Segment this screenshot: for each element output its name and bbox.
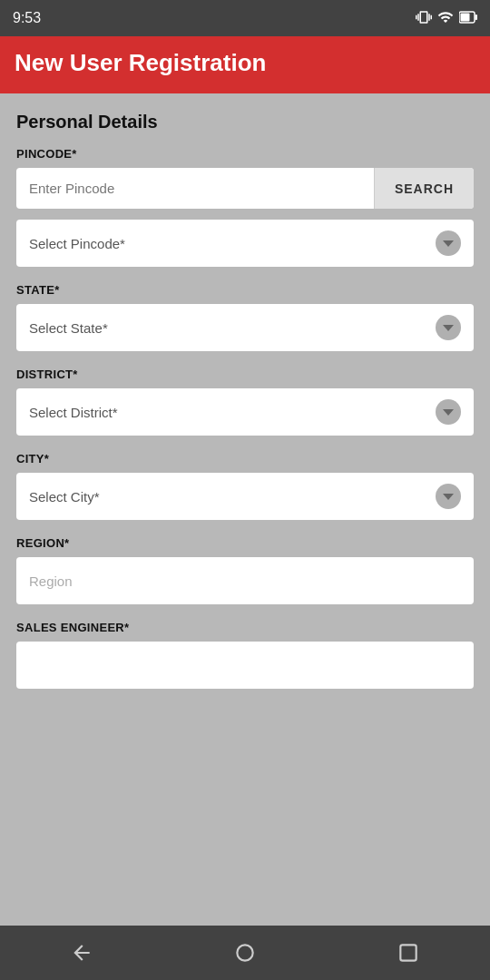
select-district-label: Select District* (29, 405, 436, 420)
pincode-label: PINCODE* (16, 147, 474, 161)
main-content: Personal Details PINCODE* SEARCH Select … (0, 93, 490, 926)
home-button[interactable] (222, 935, 268, 971)
district-dropdown-arrow (436, 399, 461, 425)
state-label: STATE* (16, 283, 474, 297)
section-title: Personal Details (16, 112, 474, 132)
city-field-group: CITY* Select City* (16, 452, 474, 520)
svg-rect-4 (400, 945, 416, 960)
sales-engineer-label: SALES ENGINEER* (16, 621, 474, 634)
app-header: New User Registration (0, 36, 490, 93)
region-field-group: REGION* (16, 536, 474, 604)
state-field-group: STATE* Select State* (16, 283, 474, 351)
wifi-icon (437, 9, 454, 28)
select-state-label: Select State* (29, 320, 436, 336)
vibrate-icon (416, 9, 432, 28)
pincode-input[interactable] (16, 168, 374, 209)
region-input[interactable] (16, 557, 474, 604)
battery-icon (459, 11, 477, 26)
pincode-input-row: SEARCH (16, 168, 474, 209)
select-state-dropdown[interactable]: Select State* (16, 304, 474, 351)
recent-apps-button[interactable] (386, 935, 431, 971)
select-city-dropdown[interactable]: Select City* (16, 473, 474, 520)
back-button[interactable] (59, 935, 104, 971)
select-pincode-label: Select Pincode* (29, 236, 436, 251)
region-label: REGION* (16, 536, 474, 550)
pincode-field-group: PINCODE* SEARCH Select Pincode* (16, 147, 474, 267)
district-field-group: DISTRICT* Select District* (16, 368, 474, 436)
district-label: DISTRICT* (16, 368, 474, 381)
select-district-dropdown[interactable]: Select District* (16, 388, 474, 436)
svg-rect-2 (461, 13, 470, 21)
page-title: New User Registration (15, 49, 475, 77)
pincode-dropdown-arrow (436, 230, 461, 256)
bottom-nav (0, 926, 490, 980)
city-dropdown-arrow (436, 484, 461, 509)
state-dropdown-arrow (436, 315, 461, 340)
city-label: CITY* (16, 452, 474, 466)
sales-engineer-field-group: SALES ENGINEER* (16, 621, 474, 689)
status-bar: 9:53 (0, 0, 490, 36)
svg-point-3 (237, 945, 252, 960)
sales-engineer-input[interactable] (16, 642, 474, 689)
select-pincode-dropdown[interactable]: Select Pincode* (16, 220, 474, 267)
status-icons (416, 9, 477, 28)
search-button[interactable]: SEARCH (374, 168, 474, 209)
select-city-label: Select City* (29, 489, 436, 505)
status-time: 9:53 (13, 10, 41, 26)
svg-rect-1 (475, 15, 478, 20)
